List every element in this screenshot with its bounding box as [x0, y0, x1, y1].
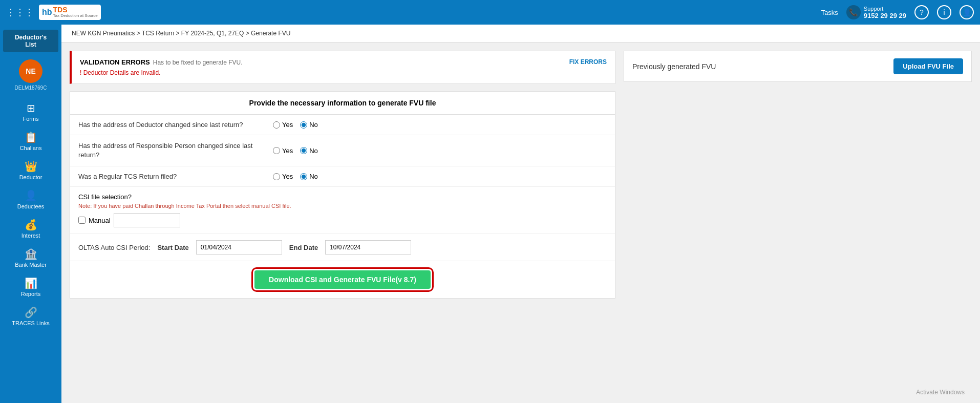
responsible-address-radio-group: Yes No	[273, 147, 318, 155]
validation-error-text: ! Deductor Details are Invalid.	[80, 69, 607, 76]
regular-tcs-radio-group: Yes No	[273, 173, 318, 180]
avatar: NE	[19, 59, 42, 83]
header-left: ⋮⋮⋮ hb TDS Tax Deduction at Source	[6, 5, 101, 20]
logo-hb: hb	[42, 8, 52, 17]
deductees-icon: 👤	[25, 189, 37, 202]
validation-title: VALIDATION ERRORS Has to be fixed to gen…	[80, 58, 607, 66]
sidebar-item-label: Interest	[22, 232, 40, 239]
regular-tcs-row: Was a Regular TCS Return filed? Yes No	[70, 166, 615, 187]
responsible-address-yes-label: Yes	[282, 147, 293, 155]
responsible-address-yes-input[interactable]	[273, 147, 280, 154]
support-text: Support 9152 29 29 29	[864, 6, 906, 19]
deductor-address-no-input[interactable]	[300, 121, 307, 129]
responsible-address-no-input[interactable]	[300, 147, 307, 154]
bank-master-icon: 🏦	[25, 248, 37, 260]
download-fvu-button[interactable]: Download CSI and Generate FVU File(v 8.7…	[254, 270, 431, 289]
sidebar-item-label: Deductees	[17, 203, 45, 209]
support-label: Support	[864, 6, 906, 12]
support-box: 📞 Support 9152 29 29 29	[846, 5, 906, 19]
fvu-form-title: Provide the necessary information to gen…	[70, 92, 615, 115]
sidebar-item-label: TRACES Links	[12, 320, 49, 326]
end-date-input[interactable]	[325, 240, 411, 254]
previously-generated-box: Previously generated FVU Upload FVU File	[624, 51, 972, 82]
download-row: Download CSI and Generate FVU File(v 8.7…	[70, 261, 615, 298]
tasks-label: Tasks	[821, 9, 838, 16]
sidebar-item-traces-links[interactable]: 🔗 TRACES Links	[0, 302, 61, 330]
manual-checkbox-group: Manual	[78, 213, 180, 227]
header-right: Tasks 📞 Support 9152 29 29 29 ? i 👤	[821, 5, 974, 19]
start-date-label: Start Date	[157, 244, 188, 251]
content-area: NEW KGN Pneumatics > TCS Return > FY 202…	[61, 25, 980, 403]
sidebar-item-bank-master[interactable]: 🏦 Bank Master	[0, 244, 61, 272]
grid-icon[interactable]: ⋮⋮⋮	[6, 7, 34, 18]
upload-fvu-button[interactable]: Upload FVU File	[893, 58, 963, 74]
deductor-icon: 👑	[25, 160, 37, 173]
sidebar: Deductor'sList NE DELM18769C ⊞ Forms 📋 C…	[0, 25, 61, 403]
fvu-form-box: Provide the necessary information to gen…	[70, 91, 615, 299]
logo-box: hb TDS Tax Deduction at Source	[39, 5, 101, 20]
regular-tcs-yes[interactable]: Yes	[273, 173, 293, 180]
logo-tagline: Tax Deduction at Source	[53, 14, 98, 18]
responsible-address-label: Has the address of Responsible Person ch…	[78, 141, 273, 160]
deductor-address-yes-input[interactable]	[273, 121, 280, 129]
oltas-period-row: OLTAS Auto CSI Period: Start Date End Da…	[70, 234, 615, 261]
regular-tcs-label: Was a Regular TCS Return filed?	[78, 173, 273, 180]
deductor-address-no[interactable]: No	[300, 121, 318, 129]
regular-tcs-yes-label: Yes	[282, 173, 293, 180]
phone-icon: 📞	[846, 5, 861, 19]
top-header: ⋮⋮⋮ hb TDS Tax Deduction at Source Tasks…	[0, 0, 980, 25]
fix-errors-link[interactable]: FIX ERRORS	[569, 58, 607, 66]
deductors-list-button[interactable]: Deductor'sList	[3, 30, 58, 52]
sidebar-item-label: Reports	[21, 291, 41, 297]
challans-icon: 📋	[25, 131, 37, 143]
deductor-address-yes-label: Yes	[282, 121, 293, 129]
traces-links-icon: 🔗	[25, 306, 37, 319]
regular-tcs-no-input[interactable]	[300, 173, 307, 180]
sidebar-item-label: Deductor	[19, 174, 42, 180]
reports-icon: 📊	[25, 277, 37, 289]
validation-errors-label: VALIDATION ERRORS	[80, 58, 150, 66]
manual-checkbox-input[interactable]	[78, 217, 86, 224]
end-date-label: End Date	[289, 244, 318, 251]
logo-tds: TDS	[53, 6, 98, 14]
support-number: 9152 29 29 29	[864, 12, 906, 19]
manual-label: Manual	[89, 217, 111, 224]
info-icon[interactable]: i	[937, 5, 951, 19]
csi-selection-row: CSI file selection? Note: If you have pa…	[70, 187, 615, 234]
help-icon[interactable]: ?	[914, 5, 929, 19]
breadcrumb-text: NEW KGN Pneumatics > TCS Return > FY 202…	[72, 30, 290, 37]
deductor-address-radio-group: Yes No	[273, 121, 318, 129]
regular-tcs-yes-input[interactable]	[273, 173, 280, 180]
regular-tcs-no[interactable]: No	[300, 173, 318, 180]
deductor-address-row: Has the address of Deductor changed sinc…	[70, 115, 615, 135]
forms-icon: ⊞	[27, 102, 35, 114]
validation-title-text: VALIDATION ERRORS Has to be fixed to gen…	[80, 58, 243, 66]
sidebar-item-forms[interactable]: ⊞ Forms	[0, 98, 61, 126]
user-icon[interactable]: 👤	[960, 5, 974, 19]
sidebar-item-challans[interactable]: 📋 Challans	[0, 127, 61, 155]
responsible-address-row: Has the address of Responsible Person ch…	[70, 135, 615, 166]
csi-label: CSI file selection?	[78, 193, 132, 201]
deductor-address-no-label: No	[309, 121, 318, 129]
main-layout: Deductor'sList NE DELM18769C ⊞ Forms 📋 C…	[0, 25, 980, 403]
right-panel: Previously generated FVU Upload FVU File	[624, 51, 972, 395]
responsible-address-yes[interactable]: Yes	[273, 147, 293, 155]
sidebar-item-deductees[interactable]: 👤 Deductees	[0, 185, 61, 214]
breadcrumb: NEW KGN Pneumatics > TCS Return > FY 202…	[61, 25, 980, 43]
sidebar-item-reports[interactable]: 📊 Reports	[0, 273, 61, 301]
regular-tcs-no-label: No	[309, 173, 318, 180]
csi-row-inner: CSI file selection?	[78, 193, 132, 201]
avatar-id: DELM18769C	[15, 85, 47, 91]
page-content: VALIDATION ERRORS Has to be fixed to gen…	[61, 43, 980, 403]
sidebar-item-deductor[interactable]: 👑 Deductor	[0, 156, 61, 184]
sidebar-item-interest[interactable]: 💰 Interest	[0, 215, 61, 243]
previously-title: Previously generated FVU	[632, 62, 716, 71]
start-date-input[interactable]	[196, 240, 282, 254]
deductor-address-yes[interactable]: Yes	[273, 121, 293, 129]
manual-text-input[interactable]	[114, 213, 180, 227]
left-panel: VALIDATION ERRORS Has to be fixed to gen…	[70, 51, 615, 395]
validation-subtitle: Has to be fixed to generate FVU.	[153, 59, 243, 66]
responsible-address-no[interactable]: No	[300, 147, 318, 155]
validation-errors-box: VALIDATION ERRORS Has to be fixed to gen…	[70, 51, 615, 84]
interest-icon: 💰	[25, 219, 37, 231]
